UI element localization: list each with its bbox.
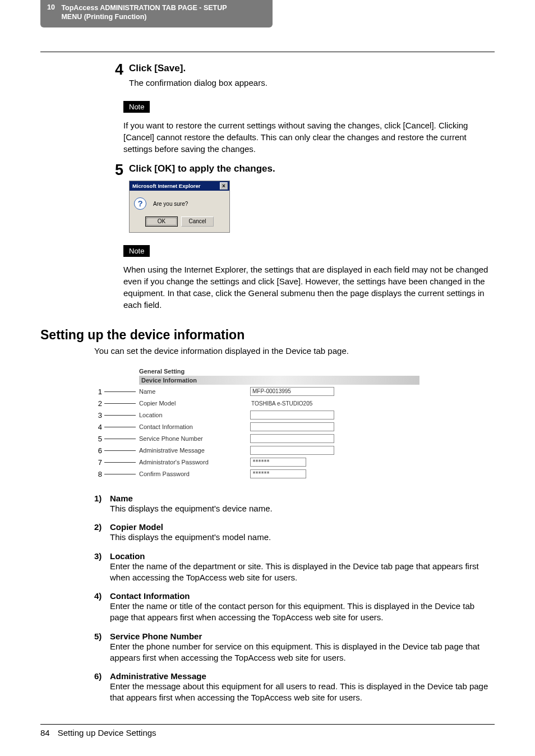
note-badge: Note [123,245,150,257]
dialog-message: Are you sure? [153,201,188,207]
def-item-contact: 4) Contact Information Enter the name or… [94,591,495,624]
def-desc: Enter the name or title of the contact p… [110,601,495,624]
ok-button[interactable]: OK [145,216,178,227]
dialog-msgrow: ? Are you sure? [134,197,225,210]
def-term: Copier Model [110,522,495,532]
def-desc: Enter the message about this equipment f… [110,681,495,704]
close-icon[interactable]: × [220,182,228,190]
dev-row-copier: 2 Copier Model TOSHIBA e-STUDIO205 [94,398,425,408]
field-label: Administrative Message [138,447,250,454]
callout-line [104,427,136,427]
definitions-list: 1) Name This displays the equipment's de… [94,494,495,704]
def-term: Contact Information [110,591,495,601]
panel-subheading: Device Information [139,376,419,385]
def-desc: Enter the name of the department or site… [110,561,495,584]
callout-num: 2 [94,399,102,408]
field-label: Service Phone Number [138,435,250,442]
note-badge: Note [123,101,150,113]
def-term: Administrative Message [110,671,495,681]
dialog-buttons: OK Cancel [134,216,225,227]
note-text: If you want to restore the current setti… [123,119,495,155]
callout-num: 8 [94,470,102,478]
section-heading: Setting up the device information [40,328,495,343]
confirm-pw-input[interactable]: ****** [250,469,306,478]
def-term: Service Phone Number [110,631,495,641]
callout-line [104,439,136,439]
def-term: Name [110,494,495,503]
dialog-body: ? Are you sure? OK Cancel [130,191,229,232]
def-item-copier: 2) Copier Model This displays the equipm… [94,522,495,543]
callout-num: 6 [94,446,102,455]
callout-num: 4 [94,423,102,431]
callout-num: 5 [94,435,102,443]
step-desc: The confirmation dialog box appears. [129,77,495,89]
admin-msg-input[interactable] [250,446,334,455]
def-body: Name This displays the equipment's devic… [110,494,495,514]
def-num: 2) [94,522,110,543]
field-label: Name [138,388,250,395]
callout-line [104,391,136,392]
cancel-button[interactable]: Cancel [181,216,214,227]
dev-row-admin-msg: 6 Administrative Message [94,445,425,455]
phone-input[interactable] [250,434,334,443]
field-label: Copier Model [138,400,250,407]
callout-line [104,403,136,404]
chapter-title: TopAccess ADMINISTRATION TAB PAGE - SETU… [61,3,227,22]
question-icon: ? [134,197,146,210]
section-intro: You can set the device information displ… [94,346,495,356]
def-num: 3) [94,551,110,584]
dev-row-phone: 5 Service Phone Number [94,434,425,444]
step-content: Click [OK] to apply the changes. Microso… [123,163,495,233]
def-item-name: 1) Name This displays the equipment's de… [94,494,495,514]
def-body: Copier Model This displays the equipment… [110,522,495,543]
callout-line [104,474,136,474]
def-body: Location Enter the name of the departmen… [110,551,495,584]
def-item-admin-msg: 6) Administrative Message Enter the mess… [94,671,495,704]
page-footer: 84 Setting up Device Settings [40,724,495,751]
field-label: Confirm Password [138,471,250,477]
name-input[interactable]: MFP-00013995 [250,387,334,396]
step-content: Click [Save]. The confirmation dialog bo… [123,62,495,89]
callout-num: 7 [94,458,102,467]
def-num: 6) [94,671,110,704]
dialog-titlebar: Microsoft Internet Explorer × [130,181,229,191]
dev-row-contact: 4 Contact Information [94,422,425,432]
field-label: Contact Information [138,423,250,430]
def-term: Location [110,551,495,561]
page-body: 4 Click [Save]. The confirmation dialog … [0,0,535,704]
step-number: 4 [103,62,123,77]
page-number: 84 [40,728,50,737]
def-item-location: 3) Location Enter the name of the depart… [94,551,495,584]
chapter-tab: 10 TopAccess ADMINISTRATION TAB PAGE - S… [40,0,273,27]
field-label: Location [138,412,250,418]
def-desc: This displays the equipment's device nam… [110,503,495,514]
step5-note-block: Note When using the Internet Explorer, t… [123,233,495,311]
callout-num: 3 [94,411,102,420]
step-number: 5 [103,163,123,178]
callout-line [104,462,136,463]
location-input[interactable] [250,411,334,420]
callout-num: 1 [94,388,102,396]
step4-note-block: Note If you want to restore the current … [123,89,495,155]
field-label: Administrator's Password [138,459,250,465]
chapter-number: 10 [47,3,55,11]
dev-row-confirm-pw: 8 Confirm Password ****** [94,469,425,479]
step-5: 5 Click [OK] to apply the changes. Micro… [103,163,495,233]
callout-line [104,450,136,451]
device-info-panel: General Setting Device Information 1 Nam… [94,368,425,479]
def-body: Contact Information Enter the name or ti… [110,591,495,624]
note-text: When using the Internet Explorer, the se… [123,264,495,311]
step-title: Click [OK] to apply the changes. [129,163,495,175]
dev-row-name: 1 Name MFP-00013995 [94,386,425,397]
def-body: Administrative Message Enter the message… [110,671,495,704]
contact-input[interactable] [250,422,334,431]
confirm-dialog: Microsoft Internet Explorer × ? Are you … [129,181,230,233]
def-num: 4) [94,591,110,624]
dev-row-admin-pw: 7 Administrator's Password ****** [94,457,425,467]
def-desc: This displays the equipment's model name… [110,532,495,543]
copier-model-value: TOSHIBA e-STUDIO205 [250,400,312,407]
panel-heading: General Setting [139,368,425,375]
footer-title: Setting up Device Settings [58,728,156,737]
top-rule [40,52,495,52]
admin-pw-input[interactable]: ****** [250,458,306,467]
